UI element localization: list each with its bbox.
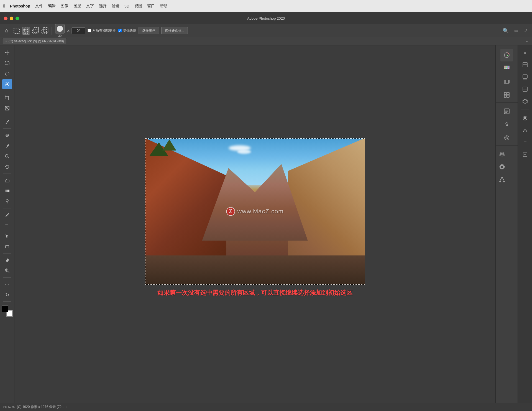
color-panel-button[interactable] (500, 49, 513, 61)
undo-button[interactable]: ↺ (2, 290, 12, 300)
add-selection-mode[interactable]: + (22, 27, 30, 35)
menu-3d[interactable]: 3D (124, 4, 129, 8)
move-tool[interactable] (2, 48, 12, 58)
gradients-panel-button[interactable] (500, 75, 513, 88)
quick-select-tool[interactable] (2, 79, 12, 89)
workspace-photography-button[interactable] (520, 72, 530, 82)
right-panel (495, 45, 518, 403)
workspace-3d-button[interactable] (520, 96, 530, 106)
ground-bottom (145, 255, 365, 285)
properties-panel-button[interactable] (500, 105, 513, 118)
gradient-tool[interactable] (2, 186, 12, 196)
collapse-panels-button[interactable]: « (524, 39, 530, 43)
caption-bar: 如果第一次没有选中需要的所有区域，可以直接继续选择添加到初始选区 (14, 285, 495, 299)
brush-tool[interactable] (2, 141, 12, 151)
menu-layer[interactable]: 图层 (73, 4, 81, 9)
type-tool[interactable]: T (2, 221, 12, 231)
eyedropper-tool[interactable] (2, 117, 12, 127)
brush-preview[interactable] (55, 24, 65, 33)
svg-rect-43 (507, 95, 509, 97)
svg-point-68 (524, 117, 526, 119)
status-expand-button[interactable]: › (66, 405, 67, 409)
swatches-panel-button[interactable] (500, 62, 513, 75)
svg-rect-60 (525, 65, 527, 67)
select-subject-button[interactable]: 选择主体 (139, 27, 159, 34)
canvas-image[interactable]: Z www.MacZ.com (145, 138, 365, 285)
crop-tool[interactable] (2, 93, 12, 103)
channels-panel-button[interactable] (496, 161, 508, 173)
paths-panel-button[interactable] (496, 173, 508, 186)
menu-photoshop[interactable]: Photoshop (10, 4, 30, 8)
svg-rect-59 (523, 65, 525, 67)
tab-bar: × (C) select-quick.jpg @ 66.7%(RGB/8) « (0, 37, 532, 45)
angle-field: ∠ (67, 27, 85, 34)
zoom-tool[interactable] (2, 266, 12, 276)
home-button[interactable]: ⌂ (3, 27, 11, 34)
brush-presets-panel-button[interactable] (500, 131, 513, 144)
menu-help[interactable]: 帮助 (160, 4, 168, 9)
toolbar-separator-5 (3, 208, 11, 208)
panel-section-mid (496, 104, 518, 146)
menu-edit[interactable]: 编辑 (48, 4, 56, 9)
enhance-edge-checkbox[interactable] (118, 29, 122, 32)
svg-point-50 (506, 137, 508, 139)
shape-tool[interactable] (2, 242, 12, 252)
foreground-color[interactable] (2, 306, 8, 312)
svg-rect-35 (508, 68, 509, 69)
patterns-panel-button[interactable] (500, 89, 513, 101)
svg-rect-58 (525, 63, 527, 65)
angle-input[interactable] (71, 27, 85, 34)
layers-panel-button[interactable] (496, 148, 508, 161)
svg-text:+: + (26, 27, 28, 30)
enhance-edge-label: 增强边缘 (123, 28, 136, 33)
maximize-button[interactable] (16, 17, 19, 20)
layout-icon[interactable]: ▭ (513, 28, 520, 33)
path-select-tool[interactable] (2, 231, 12, 241)
document-tab[interactable]: × (C) select-quick.jpg @ 66.7%(RGB/8) (2, 38, 67, 44)
heal-tool[interactable] (2, 130, 12, 140)
eraser-tool[interactable] (2, 175, 12, 185)
history-brush-tool[interactable] (2, 162, 12, 172)
menu-text[interactable]: 文字 (86, 4, 94, 9)
far-right-separator (521, 110, 529, 110)
hand-tool[interactable] (2, 255, 12, 265)
collapse-right-panel-button[interactable]: « (520, 48, 530, 58)
svg-rect-32 (508, 66, 509, 67)
new-workspace-button[interactable] (520, 150, 530, 160)
clone-stamp-tool[interactable] (2, 151, 12, 161)
workspace-library-button[interactable] (520, 60, 530, 70)
menu-image[interactable]: 图像 (61, 4, 68, 9)
new-selection-mode[interactable] (13, 27, 21, 35)
menu-select[interactable]: 选择 (99, 4, 107, 9)
share-icon[interactable]: ↗ (522, 28, 529, 33)
svg-text:-: - (36, 27, 37, 30)
close-tab-button[interactable]: × (5, 40, 7, 43)
lasso-tool[interactable] (2, 69, 12, 79)
pen-tool[interactable] (2, 210, 12, 220)
dodge-tool[interactable] (2, 197, 12, 206)
workspace-graphic-button[interactable] (520, 84, 530, 94)
lighting-panel-button[interactable] (500, 118, 513, 131)
more-tools-button[interactable]: ··· (2, 279, 12, 289)
sample-all-layers-label: 对所有图层取样 (93, 28, 116, 33)
close-button[interactable] (4, 17, 7, 20)
frame-tool[interactable] (2, 103, 12, 113)
subtract-selection-mode[interactable]: - (32, 27, 39, 35)
svg-rect-0 (14, 28, 19, 33)
minimize-button[interactable] (10, 17, 13, 20)
sample-all-layers-checkbox[interactable] (88, 29, 91, 32)
menu-filter[interactable]: 滤镜 (112, 4, 119, 9)
apple-menu[interactable]:  (3, 4, 5, 9)
brush-preview-group[interactable]: 30 (55, 24, 65, 37)
workspace-typography-button[interactable] (520, 138, 530, 148)
workspace-motion-button[interactable] (520, 113, 530, 123)
search-icon[interactable]: 🔍 (501, 28, 510, 34)
menu-window[interactable]: 窗口 (147, 4, 155, 9)
refine-edge-button[interactable]: 选择并遮住... (161, 27, 188, 34)
intersect-selection-mode[interactable]: × (41, 27, 49, 35)
menu-file[interactable]: 文件 (35, 4, 43, 9)
app-title: Adobe Photoshop 2020 (247, 16, 285, 20)
workspace-painting-button[interactable] (520, 125, 530, 135)
marquee-tool[interactable] (2, 58, 12, 68)
menu-view[interactable]: 视图 (134, 4, 142, 9)
